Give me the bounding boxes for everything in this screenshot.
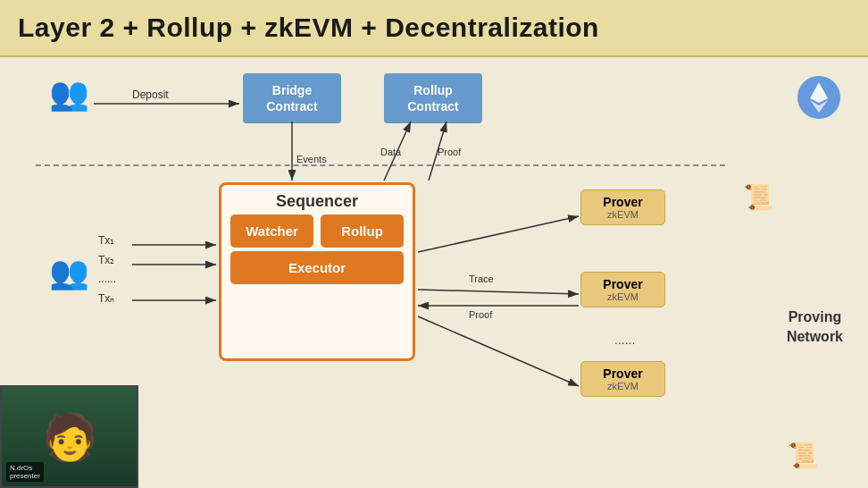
- person-icon: 🧑: [42, 411, 97, 463]
- prover-box-3: Prover zkEVM: [580, 361, 665, 397]
- scroll-icon-bottom: 📜: [788, 441, 819, 470]
- prover-box-1: Prover zkEVM: [580, 189, 665, 225]
- svg-text:Events: Events: [296, 154, 327, 164]
- ethereum-logo: [797, 75, 841, 120]
- tx-labels: Tx₁ Tx₂ ...... Txₙ: [98, 231, 116, 308]
- tx2-label: Tx₂: [98, 251, 116, 271]
- prover3-title: Prover: [586, 366, 660, 381]
- svg-text:Proof: Proof: [438, 147, 462, 157]
- video-name-tag: N.drOspresenter: [6, 462, 44, 482]
- title-bar: Layer 2 + Rollup + zkEVM + Decentralizat…: [0, 0, 868, 57]
- proving-network-label: ProvingNetwork: [787, 307, 843, 348]
- svg-line-17: [418, 290, 579, 294]
- slide: Layer 2 + Rollup + zkEVM + Decentralizat…: [0, 0, 868, 488]
- sequencer-container: Sequencer Watcher Rollup Executor: [219, 182, 415, 361]
- slide-title: Layer 2 + Rollup + zkEVM + Decentralizat…: [18, 13, 850, 43]
- svg-line-11: [429, 122, 447, 181]
- users-top-icon: 👥: [49, 75, 89, 113]
- rollup-contract-box: RollupContract: [384, 73, 482, 123]
- svg-text:Deposit: Deposit: [132, 88, 169, 101]
- dashed-divider: [36, 164, 725, 166]
- video-person: 🧑 N.drOspresenter: [2, 387, 137, 486]
- prover-box-2: Prover zkEVM: [580, 272, 665, 307]
- prover1-title: Prover: [586, 195, 660, 209]
- watcher-box: Watcher: [230, 215, 313, 248]
- prover-ellipsis: ......: [614, 332, 635, 347]
- prover2-title: Prover: [586, 277, 660, 291]
- tx1-label: Tx₁: [98, 231, 116, 251]
- presenter-video: 🧑 N.drOspresenter: [0, 385, 138, 488]
- content-area: 👥 BridgeContract RollupContract Sequence…: [0, 57, 868, 488]
- prover1-sub: zkEVM: [586, 209, 660, 220]
- bridge-contract-box: BridgeContract: [243, 73, 341, 123]
- sequencer-row: Watcher Rollup: [221, 215, 413, 248]
- svg-text:Trace: Trace: [469, 273, 494, 284]
- prover3-sub: zkEVM: [586, 381, 660, 391]
- svg-text:Data: Data: [380, 147, 402, 157]
- prover2-sub: zkEVM: [586, 291, 660, 302]
- executor-box: Executor: [230, 251, 404, 284]
- svg-text:Proof: Proof: [469, 309, 493, 320]
- svg-line-9: [384, 122, 411, 181]
- tx-dots-label: ......: [98, 270, 116, 290]
- txn-label: Txₙ: [98, 290, 116, 309]
- svg-line-21: [418, 316, 579, 386]
- scroll-icon-top: 📜: [743, 182, 774, 212]
- svg-line-16: [418, 216, 579, 252]
- sequencer-title: Sequencer: [221, 185, 413, 215]
- rollup-box: Rollup: [321, 215, 404, 248]
- users-bottom-icon: 👥: [49, 254, 89, 291]
